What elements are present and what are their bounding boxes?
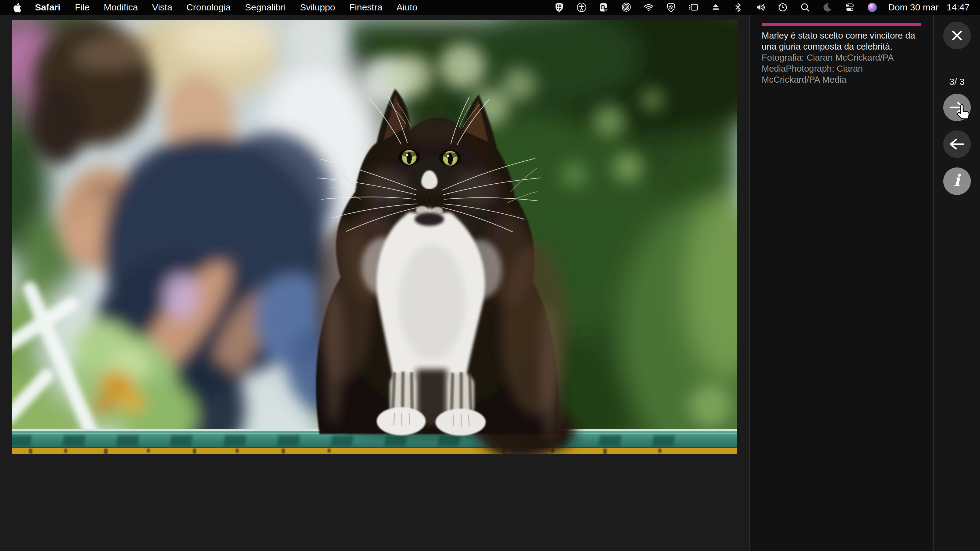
menu-items: FileModificaVistaCronologiaSegnalibriSvi… <box>68 2 425 13</box>
menu-item-modifica[interactable]: Modifica <box>97 2 145 13</box>
content-blocker-icon[interactable]: B <box>598 2 609 13</box>
sidecar-display-icon[interactable] <box>688 2 699 13</box>
privacy-shield-icon[interactable] <box>665 2 676 13</box>
caption-credit: Fotografia: Ciaran McCrickard/PA MediaPh… <box>762 52 922 85</box>
menu-item-aiuto[interactable]: Aiuto <box>390 2 425 13</box>
airdrop-icon[interactable] <box>621 2 632 13</box>
info-icon: i <box>954 172 960 188</box>
caption-panel: Marley è stato scelto come vincitore da … <box>749 15 932 551</box>
arrow-left-icon <box>949 138 965 151</box>
menu-app-name[interactable]: Safari <box>27 2 68 13</box>
focus-moon-icon[interactable] <box>822 2 833 13</box>
eject-icon[interactable] <box>710 2 721 13</box>
menu-item-file[interactable]: File <box>68 2 97 13</box>
arrow-right-icon <box>949 101 965 114</box>
volume-icon[interactable] <box>755 2 766 13</box>
siri-icon[interactable] <box>867 2 878 13</box>
close-icon <box>950 29 964 43</box>
lightbox-controls: 3/ 3 i <box>933 15 980 551</box>
menu-item-finestra[interactable]: Finestra <box>342 2 389 13</box>
keypad-shield-icon[interactable] <box>554 2 565 13</box>
accessibility-icon[interactable] <box>576 2 587 13</box>
menu-time[interactable]: 14:47 <box>947 2 970 13</box>
menu-clock[interactable]: Dom 30 mar 14:47 <box>888 2 970 13</box>
menu-bar-right: B Dom 30 mar 14:47 <box>554 2 980 13</box>
menu-item-sviluppo[interactable]: Sviluppo <box>293 2 342 13</box>
menu-item-cronologia[interactable]: Cronologia <box>180 2 238 13</box>
image-counter: 3/ 3 <box>934 75 980 89</box>
menu-item-segnalibri[interactable]: Segnalibri <box>238 2 293 13</box>
time-machine-icon[interactable] <box>777 2 788 13</box>
control-center-icon[interactable] <box>844 2 855 13</box>
apple-menu-icon[interactable] <box>12 2 23 13</box>
menu-date[interactable]: Dom 30 mar <box>888 2 939 13</box>
cat-photo-image <box>12 20 737 454</box>
spotlight-icon[interactable] <box>800 2 811 13</box>
menu-item-vista[interactable]: Vista <box>145 2 179 13</box>
caption-headline: Marley è stato scelto come vincitore da … <box>762 30 922 52</box>
info-button[interactable]: i <box>943 167 971 195</box>
caption-block: Marley è stato scelto come vincitore da … <box>762 23 922 85</box>
menu-bar-left: Safari FileModificaVistaCronologiaSegnal… <box>0 2 425 13</box>
previous-button[interactable] <box>943 130 971 158</box>
menu-bar: Safari FileModificaVistaCronologiaSegnal… <box>0 0 980 15</box>
lightbox-photo <box>12 20 737 454</box>
wifi-icon[interactable] <box>643 2 654 13</box>
caption-accent-bar <box>762 23 921 26</box>
close-button[interactable] <box>943 22 971 49</box>
status-icons: B <box>554 2 878 13</box>
bluetooth-icon[interactable] <box>733 2 744 13</box>
next-button[interactable] <box>943 94 971 121</box>
